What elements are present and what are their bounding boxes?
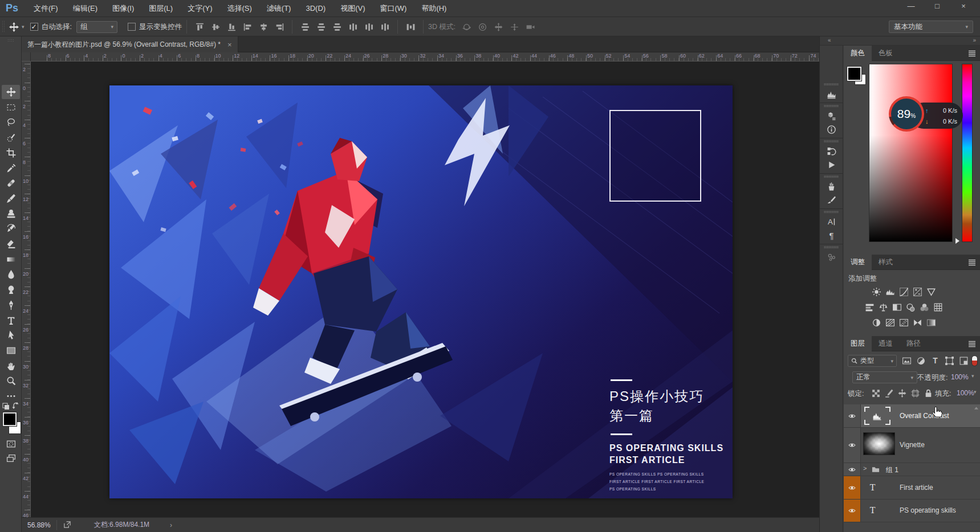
panel-menu-icon[interactable] xyxy=(968,340,976,347)
tab-color[interactable]: 颜色 xyxy=(844,46,872,61)
history-brush-tool[interactable] xyxy=(2,222,20,236)
panel-group-grip[interactable] xyxy=(824,105,839,107)
scroll-up-icon[interactable] xyxy=(974,406,979,410)
lock-position-icon[interactable] xyxy=(897,388,906,397)
fill-value[interactable]: 100% xyxy=(957,389,974,397)
layer-filter-toggle[interactable] xyxy=(971,355,978,366)
lock-image-icon[interactable] xyxy=(884,388,893,397)
layer-row-0[interactable]: Overall Contrast xyxy=(844,404,980,428)
3d-roll-icon[interactable] xyxy=(476,20,490,34)
drag-grip[interactable] xyxy=(7,39,14,42)
layer-row-3[interactable]: TFirst article xyxy=(844,476,980,500)
move-tool-preview-icon[interactable] xyxy=(7,20,21,34)
distribute-horizontal-centers-icon[interactable] xyxy=(362,20,376,34)
brightness-contrast-icon[interactable] xyxy=(871,287,882,297)
3d-camera-icon[interactable] xyxy=(524,20,538,34)
lasso-tool[interactable] xyxy=(2,115,20,129)
distribute-top-edges-icon[interactable] xyxy=(298,20,312,34)
levels-icon[interactable] xyxy=(884,287,896,297)
3d-slide-icon[interactable] xyxy=(508,20,522,34)
auto-select-dropdown[interactable]: 组 ▾ xyxy=(76,21,117,33)
3d-orbit-icon[interactable] xyxy=(460,20,474,34)
tab-paths[interactable]: 路径 xyxy=(900,336,928,351)
channel-mixer-icon[interactable] xyxy=(918,302,930,312)
healing-brush-tool[interactable] xyxy=(2,176,20,190)
panel-group-grip[interactable] xyxy=(824,211,839,213)
distribute-right-edges-icon[interactable] xyxy=(378,20,392,34)
pixel-filter-icon[interactable] xyxy=(902,356,912,366)
layer-filter-type-dropdown[interactable]: 类型 ▾ xyxy=(848,355,897,367)
brush-presets-icon[interactable] xyxy=(820,180,843,193)
shape-filter-icon[interactable] xyxy=(945,356,955,366)
color-saturation-field[interactable] xyxy=(869,64,953,242)
menu-item-4[interactable]: 文字(Y) xyxy=(180,0,219,17)
menu-item-8[interactable]: 视图(V) xyxy=(333,0,372,17)
plugin-icon[interactable] xyxy=(820,251,843,263)
collapse-panels-icon[interactable]: « xyxy=(828,37,831,43)
lock-artboard-icon[interactable] xyxy=(910,388,920,397)
menu-item-1[interactable]: 编辑(E) xyxy=(66,0,105,17)
panel-group-grip[interactable] xyxy=(824,140,839,142)
crop-tool[interactable] xyxy=(2,146,20,160)
curves-icon[interactable] xyxy=(898,287,909,297)
blend-mode-dropdown[interactable]: 正常 ▾ xyxy=(852,371,917,383)
clone-stamp-tool[interactable] xyxy=(2,207,20,221)
tab-styles[interactable]: 样式 xyxy=(872,255,900,270)
menu-item-3[interactable]: 图层(L) xyxy=(141,0,180,17)
lock-transparent-icon[interactable] xyxy=(871,388,880,397)
panel-group-grip[interactable] xyxy=(824,175,839,178)
collapse-dock-icon[interactable]: » xyxy=(973,37,976,43)
panel-menu-icon[interactable] xyxy=(968,259,976,266)
properties-icon[interactable] xyxy=(820,109,843,122)
path-selection-tool[interactable] xyxy=(2,328,20,342)
histogram-icon[interactable] xyxy=(820,88,843,100)
align-top-edges-icon[interactable] xyxy=(193,20,206,34)
maximize-button[interactable]: □ xyxy=(924,0,950,14)
distribute-vertical-centers-icon[interactable] xyxy=(314,20,328,34)
brush-tool[interactable] xyxy=(2,191,20,206)
menu-item-2[interactable]: 图像(I) xyxy=(105,0,141,17)
eyedropper-tool[interactable] xyxy=(2,161,20,175)
hue-slider-arrow-icon[interactable] xyxy=(955,238,959,244)
posterize-icon[interactable] xyxy=(884,318,896,328)
menu-item-9[interactable]: 窗口(W) xyxy=(372,0,414,17)
canvas-viewport[interactable]: PS操作小技巧 第一篇 PS OPERATING SKILLS FIRST AR… xyxy=(31,62,819,517)
invert-icon[interactable] xyxy=(871,318,882,328)
show-transform-checkbox[interactable] xyxy=(128,23,136,31)
hue-saturation-icon[interactable] xyxy=(864,302,875,312)
workspace-switcher-button[interactable]: 基本功能 ▾ xyxy=(889,21,973,33)
eraser-tool[interactable] xyxy=(2,237,20,251)
black-white-icon[interactable] xyxy=(891,302,902,312)
gradient-map-icon[interactable] xyxy=(912,318,923,328)
opacity-value[interactable]: 100% xyxy=(951,373,969,381)
history-icon[interactable] xyxy=(820,145,843,157)
hand-tool[interactable] xyxy=(2,359,20,373)
quick-mask-button[interactable] xyxy=(2,437,20,451)
distribute-spacing-button[interactable] xyxy=(404,20,417,34)
color-balance-icon[interactable] xyxy=(877,302,889,312)
selective-color-icon[interactable] xyxy=(925,318,937,328)
align-right-edges-icon[interactable] xyxy=(273,20,286,34)
pen-tool[interactable] xyxy=(2,298,20,312)
close-tab-icon[interactable]: × xyxy=(227,40,232,49)
actions-icon[interactable] xyxy=(820,158,843,171)
lock-all-icon[interactable] xyxy=(924,388,933,397)
move-tool[interactable] xyxy=(2,85,20,99)
visibility-eye-toggle[interactable] xyxy=(844,476,861,499)
menu-item-0[interactable]: 文件(F) xyxy=(26,0,66,17)
menu-item-7[interactable]: 3D(D) xyxy=(298,0,333,17)
tab-layers[interactable]: 图层 xyxy=(844,336,872,351)
rectangle-tool[interactable] xyxy=(2,343,20,358)
panel-group-grip[interactable] xyxy=(824,246,839,248)
exposure-icon[interactable] xyxy=(912,287,923,297)
tab-adjustments[interactable]: 调整 xyxy=(844,255,872,270)
info-icon[interactable] xyxy=(820,123,843,136)
screen-mode-button[interactable] xyxy=(2,451,20,465)
close-button[interactable]: × xyxy=(950,0,977,14)
memory-percent-badge[interactable]: 89 % xyxy=(889,96,924,132)
tab-channels[interactable]: 通道 xyxy=(872,336,900,351)
zoom-level-field[interactable]: 56.88% xyxy=(22,520,57,530)
foreground-color-swatch[interactable] xyxy=(3,412,17,426)
type-tool[interactable] xyxy=(2,313,20,328)
align-horizontal-centers-icon[interactable] xyxy=(257,20,270,34)
